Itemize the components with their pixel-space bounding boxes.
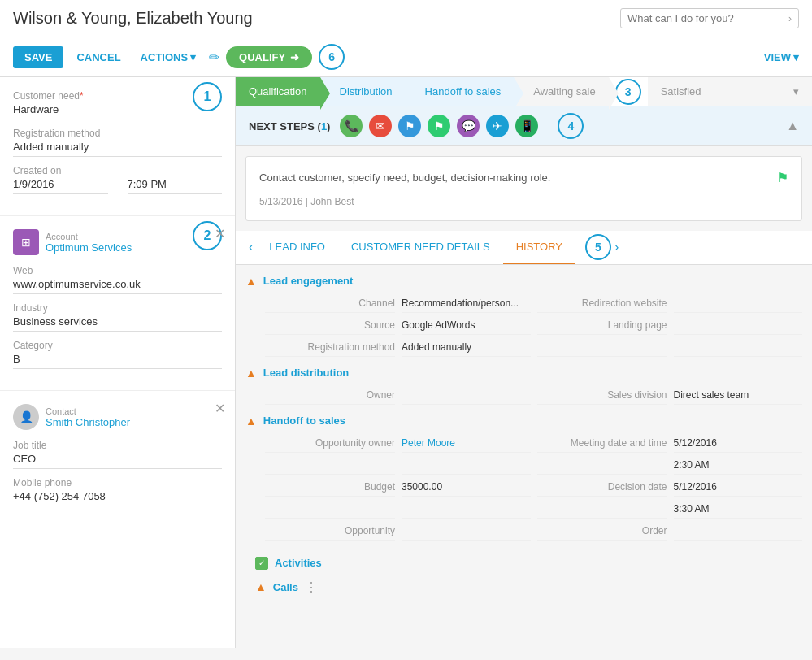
decision-date-label: Decision date	[537, 478, 667, 497]
industry-label: Industry	[13, 302, 222, 314]
contact-name[interactable]: Smith Christopher	[46, 416, 130, 428]
step-3-circle[interactable]: 3	[615, 79, 641, 105]
search-box[interactable]: ›	[620, 8, 799, 28]
contact-avatar: 👤	[13, 404, 39, 430]
qualify-label: QUALIFY	[239, 51, 285, 63]
budget-label: Budget	[265, 478, 395, 497]
web-label: Web	[13, 265, 222, 276]
top-header: Wilson & Young, Elizabeth Young ›	[0, 0, 812, 37]
account-name[interactable]: Optimum Services	[46, 241, 132, 254]
decision-date-value: 5/12/2016	[674, 478, 803, 497]
tab-prev-button[interactable]: ‹	[245, 233, 256, 261]
actions-button[interactable]: ACTIONS ▾	[134, 46, 203, 68]
email-icon[interactable]: ✉	[369, 115, 392, 137]
next-steps-bar: NEXT STEPS (1) 📞 ✉ ⚑ ⚑ 💬 ✈ 📱 4 ▲	[236, 106, 812, 146]
contact-info: Contact Smith Christopher	[46, 406, 130, 428]
view-chevron-icon: ▾	[793, 51, 799, 63]
contact-close-button[interactable]: ✕	[215, 401, 225, 416]
pipeline-step-handoff[interactable]: Handoff to sales	[406, 77, 515, 106]
calls-title[interactable]: Calls	[273, 581, 298, 593]
pipeline-step-qualification[interactable]: Qualification	[236, 77, 320, 106]
sales-div-value: Direct sales team	[674, 386, 803, 405]
search-input[interactable]	[627, 12, 788, 24]
calls-row: ▲ Calls ⋮	[245, 576, 802, 601]
pipeline-step-awaiting[interactable]: Awaiting sale	[514, 77, 608, 106]
contact-label-text: Contact	[46, 406, 130, 416]
handoff-header: ▲ Handoff to sales	[245, 415, 802, 428]
lead-engagement-header: ▲ Lead engagement	[245, 275, 802, 288]
mobile-label: Mobile phone	[13, 477, 222, 488]
activities-row: ✓ Activities	[245, 550, 802, 576]
tab-lead-info[interactable]: LEAD INFO	[256, 231, 338, 264]
handoff-title[interactable]: Handoff to sales	[263, 415, 345, 427]
notes-date: 5/13/2016	[259, 196, 302, 207]
flag-icon[interactable]: ⚑	[398, 115, 421, 137]
lead-engagement-title[interactable]: Lead engagement	[263, 275, 354, 287]
phone2-icon[interactable]: 📱	[515, 115, 538, 137]
pipeline-step-satisfied[interactable]: Satisfied ▾	[648, 77, 812, 106]
activities-checkbox[interactable]: ✓	[255, 557, 268, 570]
toolbar: SAVE CANCEL ACTIONS ▾ ✏ QUALIFY ➜ 6 VIEW…	[0, 37, 812, 77]
created-date: 1/9/2016	[13, 178, 108, 194]
lead-distribution-toggle[interactable]: ▲	[245, 367, 257, 380]
lead-engagement-toggle[interactable]: ▲	[245, 275, 257, 288]
qualify-button[interactable]: QUALIFY ➜	[226, 46, 312, 68]
activities-title[interactable]: Activities	[275, 557, 322, 569]
channel-value: Recommendation/person...	[402, 294, 531, 313]
next-steps-label: NEXT STEPS (1)	[249, 120, 330, 132]
category-label: Category	[13, 340, 222, 351]
bookmark-icon[interactable]: ⚑	[428, 115, 450, 137]
search-arrow-icon: ›	[788, 13, 792, 24]
tab-next-button[interactable]: ›	[611, 233, 622, 261]
redirection-label: Redirection website	[537, 294, 667, 313]
tab-history[interactable]: HISTORY	[503, 231, 575, 264]
calls-menu-icon[interactable]: ⋮	[305, 580, 318, 595]
lead-distribution-title[interactable]: Lead distribution	[263, 367, 349, 379]
handoff-toggle[interactable]: ▲	[245, 415, 257, 428]
next-steps-count: 1	[321, 120, 327, 132]
opp-owner-value[interactable]: Peter Moore	[402, 434, 531, 453]
view-button[interactable]: VIEW ▾	[764, 51, 799, 63]
tab-customer-need[interactable]: CUSTOMER NEED DETAILS	[338, 231, 503, 264]
notes-flag-icon[interactable]: ⚑	[777, 170, 788, 185]
satisfied-label: Satisfied	[661, 85, 701, 98]
qualification-label: Qualification	[249, 85, 307, 98]
meeting-time-value: 2:30 AM	[674, 456, 803, 475]
meeting-date-label: Meeting date and time	[537, 434, 667, 453]
phone-icon[interactable]: 📞	[340, 115, 363, 137]
collapse-icon[interactable]: ▲	[786, 119, 799, 133]
contact-section: ✕ 👤 Contact Smith Christopher Job title …	[0, 391, 235, 528]
account-icon: ⊞	[13, 229, 39, 255]
tabs-bar: ‹ LEAD INFO CUSTOMER NEED DETAILS HISTOR…	[236, 231, 812, 265]
sales-div-label: Sales division	[537, 386, 667, 405]
calls-toggle[interactable]: ▲	[255, 580, 267, 593]
page-title: Wilson & Young, Elizabeth Young	[13, 9, 612, 28]
opportunity-label: Opportunity	[265, 522, 395, 541]
save-button[interactable]: SAVE	[13, 46, 63, 68]
registration-method-value: Added manually	[13, 141, 222, 157]
step-5-circle[interactable]: 5	[585, 234, 611, 260]
industry-value: Business services	[13, 315, 222, 332]
opp-owner-label: Opportunity owner	[265, 434, 395, 453]
pencil-icon[interactable]: ✏	[209, 50, 219, 65]
required-star: *	[80, 90, 84, 102]
step-1-circle[interactable]: 1	[193, 82, 222, 111]
web-value: www.optimumservice.co.uk	[13, 278, 222, 294]
pipeline-dropdown-icon[interactable]: ▾	[793, 85, 799, 98]
cancel-button[interactable]: CANCEL	[70, 46, 127, 68]
pipeline-step-distribution[interactable]: Distribution	[320, 77, 406, 106]
handoff-label: Handoff to sales	[425, 85, 502, 98]
paper-icon[interactable]: ✈	[486, 115, 509, 137]
lead-distribution-grid: Owner Sales division Direct sales team	[245, 386, 802, 405]
handoff-grid: Opportunity owner Peter Moore Meeting da…	[245, 434, 802, 541]
customer-need-label: Customer need*	[13, 90, 222, 102]
step-6-circle[interactable]: 6	[319, 44, 345, 70]
notes-meta: 5/13/2016 | John Best	[259, 196, 788, 207]
customer-need-value: Hardware	[13, 103, 222, 119]
account-close-button[interactable]: ✕	[215, 226, 225, 241]
chat-icon[interactable]: 💬	[457, 115, 480, 137]
account-header: ⊞ Account Optimum Services	[13, 229, 193, 255]
job-title-label: Job title	[13, 440, 222, 451]
landing-value	[674, 316, 803, 335]
step-4-circle[interactable]: 4	[558, 113, 584, 139]
